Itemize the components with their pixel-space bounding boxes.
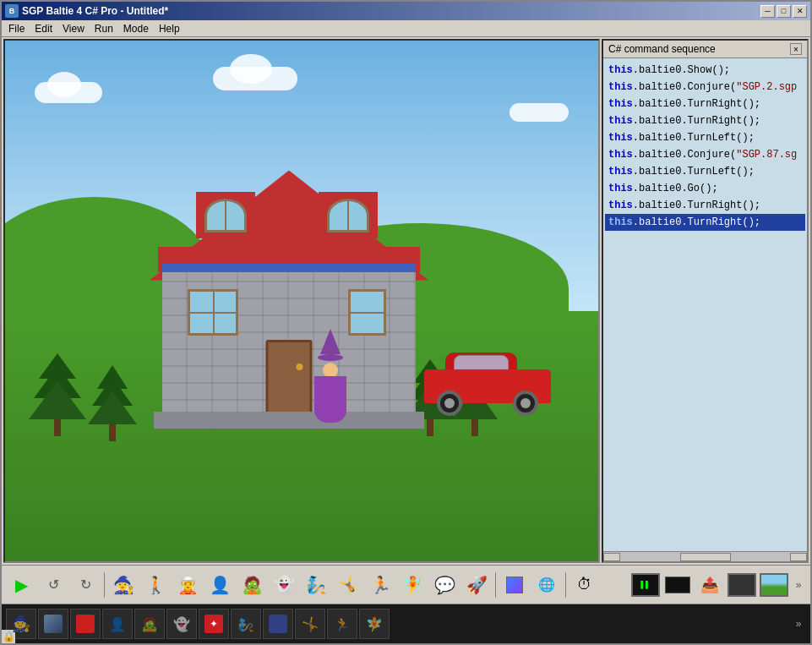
ground-floor (154, 412, 424, 429)
landscape-btn[interactable] (759, 570, 789, 600)
minimize-button[interactable]: ─ (760, 5, 775, 18)
code-scrollbar[interactable] (603, 551, 807, 561)
char-btn-7[interactable]: 🧞 (301, 570, 331, 600)
undo-button[interactable]: ↺ (38, 570, 68, 600)
export-btn[interactable]: 📤 (695, 570, 725, 600)
window-title: SGP Baltie 4 C# Pro - Untitled* (22, 5, 760, 17)
toolbar-area: ▶ ↺ ↻ 🧙 🚶 🧝 (2, 565, 810, 643)
cloud-3 (510, 103, 569, 122)
dormer-window-right (327, 199, 369, 232)
menu-help[interactable]: Help (154, 20, 185, 37)
right-toolbar-group: ▌▌ 📤 » (629, 569, 807, 601)
house-window-left (188, 289, 238, 336)
code-line-8: this.baltie0.Go(); (605, 180, 805, 197)
cube-btn[interactable] (499, 570, 530, 600)
code-line-10: this.baltie0.TurnRight(); (605, 214, 805, 231)
sprite-btn-7[interactable]: ✦ (199, 609, 229, 639)
house-door (266, 340, 313, 416)
scene-viewport[interactable] (3, 39, 600, 563)
wizard-hat (320, 329, 341, 354)
sprite-btn-11[interactable]: 🏃 (327, 609, 357, 639)
main-toolbar: ▶ ↺ ↻ 🧙 🚶 🧝 (2, 566, 810, 604)
separator-1 (104, 572, 105, 598)
screen-icon: ▌▌ (631, 573, 660, 597)
black-rect-btn[interactable] (662, 570, 693, 600)
menu-run[interactable]: Run (90, 20, 118, 37)
sprite-btn-9[interactable] (263, 609, 293, 639)
sprites-more-button[interactable]: » (790, 609, 807, 639)
wizard-body (314, 376, 346, 423)
menu-mode[interactable]: Mode (118, 20, 154, 37)
landscape-icon (760, 573, 788, 597)
char-btn-12[interactable]: 🚀 (461, 570, 492, 600)
dormer-left (196, 192, 255, 238)
code-line-1: this.baltie0.Show(); (605, 62, 805, 79)
code-line-5: this.baltie0.TurnLeft(); (605, 129, 805, 146)
menu-edit[interactable]: Edit (30, 20, 57, 37)
title-bar: B SGP Baltie 4 C# Pro - Untitled* ─ □ ✕ (2, 2, 810, 20)
char-btn-11[interactable]: 💬 (429, 570, 460, 600)
dark-scene-btn[interactable] (727, 570, 757, 600)
code-panel-close[interactable]: × (790, 43, 802, 55)
char-btn-10[interactable]: 🧚 (397, 570, 428, 600)
char-btn-2[interactable]: 🚶 (140, 570, 171, 600)
house (162, 264, 416, 416)
dark-landscape-icon (728, 573, 756, 597)
maximize-button[interactable]: □ (777, 5, 791, 18)
screen-btn[interactable]: ▌▌ (630, 570, 661, 600)
char-btn-4[interactable]: 👤 (204, 570, 235, 600)
cloud-2 (213, 67, 297, 90)
undo-icon: ↺ (48, 577, 59, 593)
dormer-right (319, 192, 378, 238)
code-line-2: this.baltie0.Conjure("SGP.2.sgp (605, 79, 805, 96)
window-controls: ─ □ ✕ (760, 5, 807, 18)
char-btn-5[interactable]: 🧟 (237, 570, 267, 600)
scene-and-code: C# command sequence × this.baltie0.Show(… (2, 37, 810, 565)
close-button[interactable]: ✕ (793, 5, 807, 18)
redo-button[interactable]: ↻ (70, 570, 101, 600)
toolbar-more-button[interactable]: » (790, 570, 807, 600)
code-line-4: this.baltie0.TurnRight(); (605, 112, 805, 129)
code-panel: C# command sequence × this.baltie0.Show(… (602, 39, 809, 563)
code-panel-title: C# command sequence (608, 43, 716, 55)
blue-stripe (162, 264, 416, 272)
tree-2 (88, 365, 137, 441)
sprite-btn-6[interactable]: 👻 (166, 609, 197, 639)
car-wheel-right (513, 391, 538, 416)
char-btn-1[interactable]: 🧙 (108, 570, 139, 600)
code-line-7: this.baltie0.TurnLeft(); (605, 163, 805, 180)
wizard-hat-brim (318, 354, 343, 361)
sprite-btn-8[interactable]: 🧞 (231, 609, 261, 639)
play-icon: ▶ (15, 575, 28, 595)
char-btn-6[interactable]: 👻 (269, 570, 299, 600)
char-btn-3[interactable]: 🧝 (172, 570, 203, 600)
house-body (162, 264, 416, 416)
timer-btn[interactable]: ⏱ (569, 570, 600, 600)
wizard-character (313, 329, 347, 405)
black-rect-icon (665, 577, 690, 593)
red-car (424, 357, 551, 416)
sprite-btn-10[interactable]: 🤸 (295, 609, 325, 639)
char-btn-8[interactable]: 🤸 (333, 570, 363, 600)
sprite-btn-3[interactable] (70, 609, 101, 639)
sprite-btn-12[interactable]: 🧚 (359, 609, 390, 639)
code-line-6: this.baltie0.Conjure("SGP.87.sg (605, 146, 805, 163)
code-content[interactable]: this.baltie0.Show(); this.baltie0.Conjur… (603, 58, 807, 551)
tree-1 (29, 353, 86, 436)
house-window-right (348, 289, 386, 336)
menu-view[interactable]: View (57, 20, 90, 37)
tool-btn-1[interactable]: 🌐 (531, 570, 562, 600)
menu-bar: File Edit View Run Mode Help (2, 20, 810, 37)
sprite-btn-4[interactable]: 👤 (102, 609, 133, 639)
play-button[interactable]: ▶ (6, 570, 36, 600)
sprite-btn-2[interactable] (38, 609, 68, 639)
cloud-1 (35, 82, 102, 103)
menu-file[interactable]: File (3, 20, 30, 37)
redo-icon: ↻ (80, 577, 91, 593)
sprites-toolbar: 🔒 🧙 👤 🧟 👻 (2, 604, 810, 643)
main-content: C# command sequence × this.baltie0.Show(… (2, 37, 810, 643)
code-line-3: this.baltie0.TurnRight(); (605, 96, 805, 112)
code-panel-header: C# command sequence × (603, 41, 807, 58)
char-btn-9[interactable]: 🏃 (365, 570, 395, 600)
sprite-btn-5[interactable]: 🧟 (134, 609, 165, 639)
